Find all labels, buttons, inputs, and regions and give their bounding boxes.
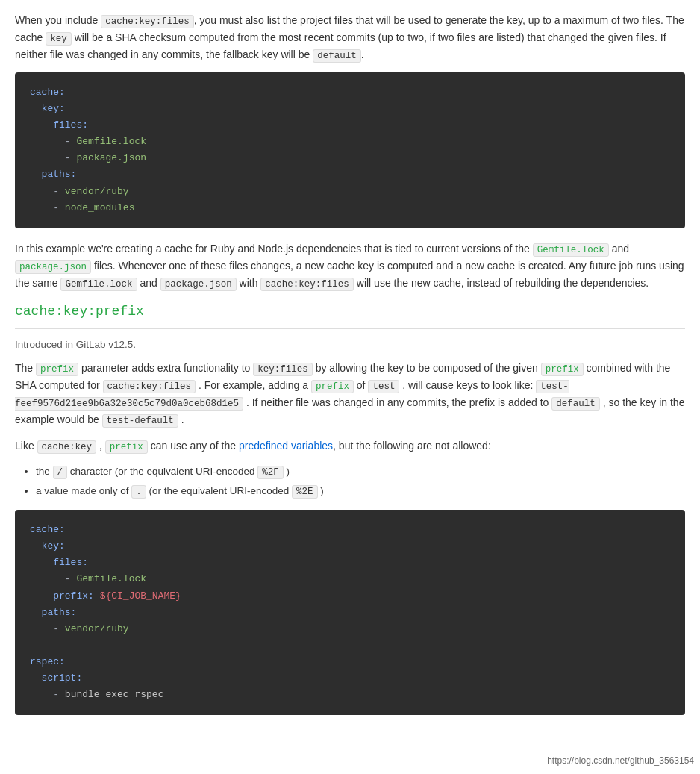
code-cache-key-files-3: cache:key:files xyxy=(103,380,196,393)
code-gemfile-lock-2: Gemfile.lock xyxy=(60,278,137,291)
code-prefix-3: prefix xyxy=(311,380,354,393)
code-package-json-1: package.json xyxy=(15,260,91,274)
like-paragraph: Like cache:key , prefix can use any of t… xyxy=(15,437,685,455)
section-heading-cache-key-prefix: cache:key:prefix xyxy=(15,301,685,329)
code-gemfile-lock-1: Gemfile.lock xyxy=(533,243,609,257)
restriction-item-dot: a value made only of . (or the equivalen… xyxy=(36,483,685,499)
code-cache-key-2: cache:key xyxy=(37,440,97,454)
code-2f: %2F xyxy=(257,466,284,479)
code-block-1: cache: key: files: - Gemfile.lock - pack… xyxy=(15,72,685,228)
intro-paragraph: When you include cache:key:files, you mu… xyxy=(15,12,685,63)
description-paragraph: In this example we're creating a cache f… xyxy=(15,240,685,292)
restrictions-list: the / character (or the equivalent URI-e… xyxy=(36,464,685,499)
code-prefix-4: prefix xyxy=(105,440,148,454)
prefix-description-paragraph: The prefix parameter adds extra function… xyxy=(15,360,685,428)
code-cache-key-files-1: cache:key:files xyxy=(101,15,194,28)
code-block-2: cache: key: files: - Gemfile.lock prefix… xyxy=(15,510,685,715)
code-2e: %2E xyxy=(292,485,318,499)
code-package-json-2: package.json xyxy=(160,278,237,291)
code-slash: / xyxy=(53,466,68,479)
code-key-files-1: key:files xyxy=(253,363,313,376)
code-test-1: test xyxy=(368,380,399,393)
code-default-2: default xyxy=(551,397,600,411)
code-dot: . xyxy=(131,485,146,499)
code-cache-key-files-2: cache:key:files xyxy=(260,278,354,291)
code-prefix-1: prefix xyxy=(36,363,78,376)
code-key-1: key xyxy=(46,32,72,46)
code-default-1: default xyxy=(313,49,361,63)
code-hash-example: test-feef9576d21ee9b6a32e30c5c79d0a0ceb6… xyxy=(15,380,569,411)
introduced-text: Introduced in GitLab v12.5. xyxy=(15,337,685,353)
predefined-variables-link[interactable]: predefined variables xyxy=(239,440,333,452)
code-prefix-2: prefix xyxy=(541,363,584,376)
code-test-default: test-default xyxy=(102,414,178,428)
restriction-item-slash: the / character (or the equivalent URI-e… xyxy=(36,464,685,480)
